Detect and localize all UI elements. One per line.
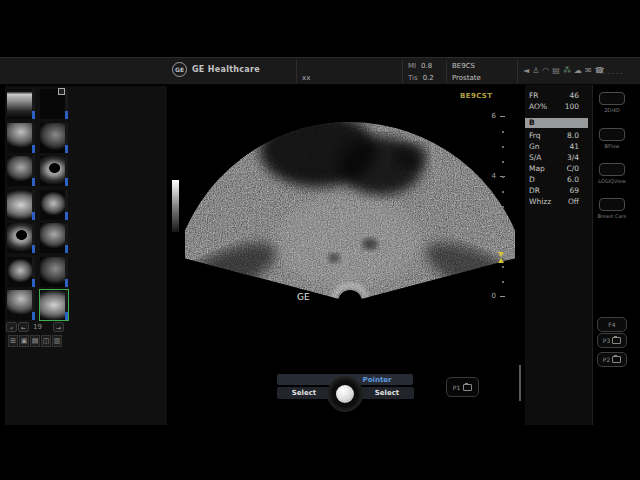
- param-row: S/A 3/4: [525, 152, 592, 163]
- param-label: D: [529, 174, 535, 185]
- f4-label: F4: [608, 321, 615, 328]
- param-row: DR 69: [525, 185, 592, 196]
- prev-page-button[interactable]: ←: [18, 322, 29, 332]
- divider: [446, 60, 447, 83]
- param-label: Gn: [529, 141, 540, 152]
- thumbnail[interactable]: [40, 156, 68, 186]
- param-value: 69: [569, 185, 579, 196]
- param-row: Map C/0: [525, 163, 592, 174]
- thumbnail[interactable]: [7, 156, 35, 186]
- select-left-button[interactable]: Select: [277, 387, 331, 399]
- param-label: Map: [529, 163, 545, 174]
- thumbnail[interactable]: [7, 223, 35, 253]
- transducer-icon: ♙: [532, 66, 539, 76]
- clipboard-toolbar: ⊞ ▣ ▤ ◫ ▥: [8, 335, 62, 347]
- thumbnail-selected[interactable]: [40, 290, 68, 320]
- mode-key-2d4d[interactable]: [599, 92, 625, 105]
- param-label: Frq: [529, 130, 540, 141]
- divider: [402, 60, 403, 83]
- select-right-button[interactable]: Select: [360, 387, 414, 399]
- mode-key-care[interactable]: [599, 198, 625, 211]
- layout-grid-icon[interactable]: ⊞: [8, 335, 18, 347]
- network-icon: ⁂: [563, 66, 571, 76]
- probe-marker-label: BE9CST: [460, 92, 492, 100]
- thumbnail[interactable]: [40, 190, 68, 220]
- trackball[interactable]: [336, 385, 354, 403]
- probe-name: BE9CS: [452, 62, 475, 70]
- thumbnail[interactable]: [7, 290, 35, 320]
- menu-icon[interactable]: ▥: [52, 335, 62, 347]
- cloud-icon: ☁: [574, 66, 582, 76]
- p2-button[interactable]: P2: [597, 352, 627, 367]
- thumbnail[interactable]: [40, 123, 68, 153]
- print-icon[interactable]: ◫: [41, 335, 51, 347]
- mode-key-logiqview[interactable]: [599, 163, 625, 176]
- collapse-clipboard-icon[interactable]: [58, 88, 65, 95]
- clipboard-pager: « ← 19 →: [5, 322, 75, 333]
- ge-logo-icon: GE: [172, 62, 187, 77]
- title-bar: GE GE Healthcare xx MI 0.8 Tis 0.2 BE9CS…: [0, 57, 640, 85]
- side-key-column: 2D/4D BFlow LOGIQView Breast Care F4 P3 …: [592, 85, 640, 425]
- depth-label: 4: [482, 172, 496, 180]
- mode-key-logiqview-label: LOGIQView: [592, 178, 632, 184]
- first-page-button[interactable]: «: [6, 322, 17, 332]
- thumbnail[interactable]: [40, 223, 68, 253]
- param-row: Whizz Off: [525, 196, 592, 207]
- focus-marker-icon[interactable]: [498, 252, 504, 257]
- delete-icon[interactable]: ▣: [19, 335, 29, 347]
- exam-preset[interactable]: Prostate: [452, 74, 481, 82]
- image-clipboard-panel: « ← 19 → ⊞ ▣ ▤ ◫ ▥: [5, 86, 167, 425]
- mi-value: 0.8: [421, 62, 432, 70]
- fr-row: FR 46: [525, 90, 592, 101]
- depth-label: 2: [482, 232, 496, 240]
- param-value: 41: [569, 141, 579, 152]
- depth-label: 0: [482, 292, 496, 300]
- storage-icon: ▤: [552, 66, 560, 76]
- param-value: 6.0: [567, 174, 579, 185]
- ruler-tick: [500, 296, 505, 297]
- param-value: 3/4: [567, 152, 579, 163]
- brand-block: GE GE Healthcare: [172, 62, 260, 77]
- mode-key-bflow[interactable]: [599, 128, 625, 141]
- thumbnail[interactable]: [40, 257, 68, 287]
- printer-icon: [612, 356, 621, 363]
- imaging-parameters-panel: FR 46 AO% 100 B Frq 8.0 Gn 41 S/A 3/4 Ma…: [525, 85, 592, 425]
- wireless-icon: ◠: [542, 66, 549, 76]
- param-row: Gn 41: [525, 141, 592, 152]
- mode-key-2d4d-label: 2D/4D: [592, 107, 632, 113]
- depth-label: 6: [482, 112, 496, 120]
- param-label: DR: [529, 185, 540, 196]
- next-page-button[interactable]: →: [53, 322, 64, 332]
- thumbnail[interactable]: [7, 123, 35, 153]
- scrollbar[interactable]: [519, 365, 521, 401]
- p3-button[interactable]: P3: [597, 333, 627, 348]
- volume-icon: ◄: [523, 66, 529, 76]
- mode-key-care-label: Breast Care: [592, 213, 632, 219]
- thumbnail[interactable]: [7, 257, 35, 287]
- param-value: C/0: [566, 163, 579, 174]
- thumbnail[interactable]: [7, 190, 35, 220]
- f4-button[interactable]: F4: [597, 317, 627, 332]
- param-row: Frq 8.0: [525, 130, 592, 141]
- grayscale-bar: [172, 180, 179, 232]
- printer-icon: [463, 384, 472, 391]
- thumbnail[interactable]: [7, 89, 35, 119]
- p1-label: P1: [453, 384, 460, 391]
- image-canvas[interactable]: BE9CST: [168, 85, 525, 425]
- message-icon: ✉: [585, 66, 592, 76]
- p1-print-button[interactable]: P1: [446, 377, 479, 397]
- tis-label: Tis: [408, 74, 418, 82]
- save-icon[interactable]: ▤: [30, 335, 40, 347]
- tis-value: 0.2: [423, 74, 434, 82]
- tis-readout: Tis 0.2: [408, 74, 434, 82]
- p3-label: P3: [603, 337, 610, 344]
- ao-label: AO%: [529, 101, 547, 112]
- param-row: D 6.0: [525, 174, 592, 185]
- param-value: 8.0: [567, 130, 579, 141]
- param-value: Off: [568, 196, 579, 207]
- patient-name: xx: [302, 74, 310, 82]
- ultrasound-fan-image: GE: [185, 104, 515, 304]
- overflow-menu-icon[interactable]: ······: [599, 70, 624, 78]
- fr-value: 46: [569, 90, 579, 101]
- printer-icon: [612, 337, 621, 344]
